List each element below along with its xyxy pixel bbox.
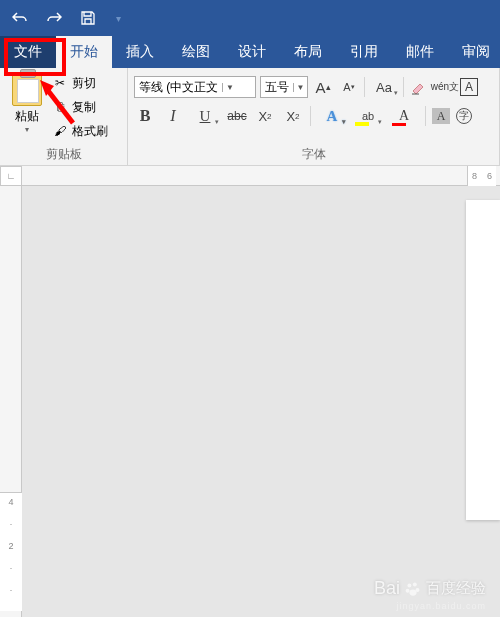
ruler-tick: ·: [0, 563, 22, 585]
underline-button[interactable]: U: [190, 105, 220, 127]
format-painter-label: 格式刷: [72, 123, 108, 140]
paste-label: 粘贴: [15, 108, 39, 125]
cut-icon: ✂: [52, 75, 68, 91]
chevron-down-icon: ▼: [222, 83, 236, 92]
svg-point-0: [407, 583, 411, 587]
superscript-button[interactable]: X2: [282, 105, 304, 127]
qat-customize-button[interactable]: ▾: [116, 13, 121, 24]
font-size-value: 五号: [261, 79, 293, 96]
format-painter-button[interactable]: 🖌 格式刷: [52, 120, 108, 142]
paw-icon: [404, 580, 422, 598]
tab-review[interactable]: 审阅: [448, 36, 500, 68]
separator: [364, 77, 365, 97]
ruler-tick: 4: [0, 497, 22, 519]
document-area: ∟ 8 6 4 · 2 · ·: [0, 166, 500, 617]
group-clipboard-label: 剪贴板: [6, 143, 121, 165]
ruler-tick: ·: [0, 585, 22, 607]
highlight-button[interactable]: ab: [353, 105, 383, 127]
redo-button[interactable]: [42, 6, 66, 30]
ruler-tick: 2: [0, 541, 22, 563]
ruler-tick: 8: [472, 171, 477, 181]
format-painter-icon: 🖌: [52, 123, 68, 139]
italic-button[interactable]: I: [162, 105, 184, 127]
group-clipboard: 粘贴 ▾ ✂ 剪切 ⎘ 复制 🖌 格式刷 剪贴板: [0, 68, 128, 165]
watermark-sub: jingyan.baidu.com: [396, 601, 486, 611]
ruler-corner[interactable]: ∟: [0, 166, 22, 186]
character-shading-button[interactable]: A: [432, 108, 450, 124]
change-case-button[interactable]: Aa: [369, 76, 399, 98]
tab-draw[interactable]: 绘图: [168, 36, 224, 68]
enclose-characters-button[interactable]: 字: [456, 108, 472, 124]
paste-dropdown-icon: ▾: [25, 125, 29, 134]
separator: [425, 106, 426, 126]
watermark-text: Bai: [374, 578, 400, 599]
cut-button[interactable]: ✂ 剪切: [52, 72, 108, 94]
text-effects-button[interactable]: A: [317, 105, 347, 127]
shrink-font-button[interactable]: A▾: [338, 76, 360, 98]
tab-home[interactable]: 开始: [56, 36, 112, 68]
document-page[interactable]: [466, 200, 500, 520]
strikethrough-button[interactable]: abc: [226, 105, 248, 127]
copy-icon: ⎘: [52, 99, 68, 115]
ruler-tick: 6: [487, 171, 492, 181]
copy-button[interactable]: ⎘ 复制: [52, 96, 108, 118]
ribbon-tabs: 文件 开始 插入 绘图 设计 布局 引用 邮件 审阅: [0, 36, 500, 68]
ruler-tick: ·: [0, 519, 22, 541]
group-font-label: 字体: [134, 143, 493, 165]
group-font: 等线 (中文正文 ▼ 五号 ▼ A▴ A▾ Aa wén 文 A B I: [128, 68, 500, 165]
watermark: Bai 百度经验: [374, 578, 486, 599]
ruler-horizontal[interactable]: 8 6: [22, 166, 500, 186]
paste-button[interactable]: 粘贴 ▾: [6, 70, 48, 143]
subscript-button[interactable]: X2: [254, 105, 276, 127]
save-button[interactable]: [76, 6, 100, 30]
tab-references[interactable]: 引用: [336, 36, 392, 68]
font-size-combo[interactable]: 五号 ▼: [260, 76, 308, 98]
tab-mailings[interactable]: 邮件: [392, 36, 448, 68]
svg-point-1: [413, 582, 417, 586]
tab-design[interactable]: 设计: [224, 36, 280, 68]
chevron-down-icon: ▼: [293, 83, 307, 92]
character-border-button[interactable]: A: [460, 78, 478, 96]
separator: [310, 106, 311, 126]
ruler-vertical[interactable]: 4 · 2 · ·: [0, 186, 22, 617]
clear-formatting-button[interactable]: [408, 76, 430, 98]
font-color-button[interactable]: A: [389, 105, 419, 127]
svg-point-4: [409, 589, 416, 595]
cut-label: 剪切: [72, 75, 96, 92]
tab-layout[interactable]: 布局: [280, 36, 336, 68]
tab-file[interactable]: 文件: [0, 36, 56, 68]
tab-insert[interactable]: 插入: [112, 36, 168, 68]
copy-label: 复制: [72, 99, 96, 116]
separator: [403, 77, 404, 97]
font-family-value: 等线 (中文正文: [135, 79, 222, 96]
bold-button[interactable]: B: [134, 105, 156, 127]
paste-icon: [12, 72, 42, 106]
svg-point-2: [406, 588, 410, 592]
font-family-combo[interactable]: 等线 (中文正文 ▼: [134, 76, 256, 98]
ribbon: 粘贴 ▾ ✂ 剪切 ⎘ 复制 🖌 格式刷 剪贴板: [0, 68, 500, 166]
watermark-text2: 百度经验: [426, 579, 486, 598]
phonetic-guide-button[interactable]: wén 文: [434, 76, 456, 98]
quick-access-toolbar: ▾: [0, 0, 500, 36]
undo-button[interactable]: [8, 6, 32, 30]
grow-font-button[interactable]: A▴: [312, 76, 334, 98]
